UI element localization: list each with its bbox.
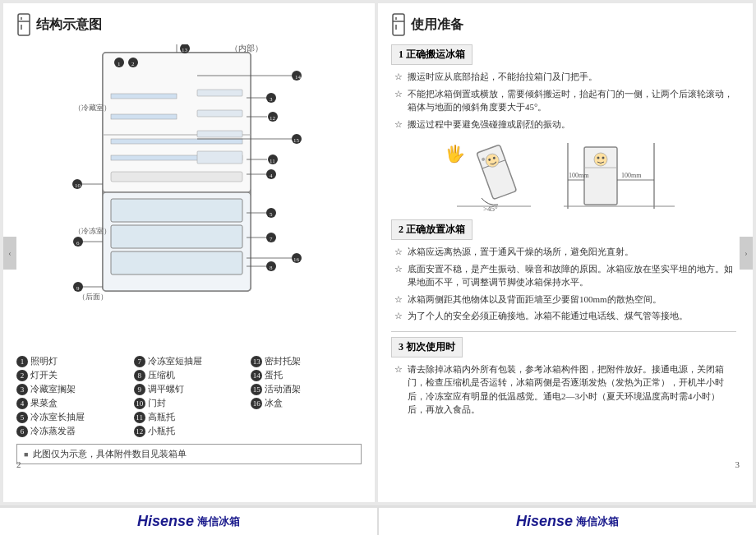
firstuse-list: 请去除掉冰箱内外所有包装，参考冰箱构件图，把附件放好。接通电源，关闭箱门，检查压…: [391, 362, 736, 417]
part-7: 7冷冻室短抽屉: [134, 355, 245, 367]
svg-rect-14: [197, 110, 242, 117]
brand-cn-left: 海信冰箱: [197, 514, 240, 529]
part-12: 12小瓶托: [134, 425, 245, 437]
svg-rect-76: [477, 145, 517, 200]
fridge-icon: [16, 13, 31, 36]
svg-text:12: 12: [270, 115, 276, 122]
svg-rect-5: [103, 53, 251, 192]
tilt-diagram: 🖐 >45°: [440, 139, 539, 213]
svg-text:（冷冻室）: （冷冻室）: [74, 227, 111, 235]
transport-item-1: 搬运时应从底部抬起，不能抬拉箱门及门把手。: [394, 70, 736, 84]
section-placement: 2 正确放置冰箱 冰箱应远离热源，置于通风干燥的场所，避免阳光直射。 底面安置不…: [391, 219, 736, 323]
right-page-title: 使用准备: [411, 16, 463, 34]
part-10: 10门封: [134, 397, 245, 409]
fridge-icon-right: [391, 13, 406, 36]
svg-text:5: 5: [270, 211, 273, 218]
svg-rect-10: [111, 139, 242, 144]
section-transport-title: 1 正确搬运冰箱: [391, 44, 472, 65]
transport-item-3: 搬运过程中要避免强碰撞或剧烈的振动。: [394, 118, 736, 131]
left-page-title-bar: 结构示意图: [16, 13, 362, 36]
firstuse-item-1: 请去除掉冰箱内外所有包装，参考冰箱构件图，把附件放好。接通电源，关闭箱门，检查压…: [394, 362, 736, 417]
transport-item-2: 不能把冰箱倒置或横放，需要倾斜搬运时，抬起有门的一侧，让两个后滚轮滚动，箱体与地…: [394, 87, 736, 114]
brand-logo-left: Hisense: [137, 513, 194, 530]
section-transport: 1 正确搬运冰箱 搬运时应从底部抬起，不能抬拉箱门及门把手。 不能把冰箱倒置或横…: [391, 44, 736, 131]
svg-rect-16: [197, 151, 242, 164]
svg-text:1: 1: [118, 61, 121, 67]
part-16: 16冰盒: [251, 397, 362, 409]
svg-rect-17: [111, 199, 242, 222]
part-13: 13密封托架: [251, 355, 362, 367]
svg-text:8: 8: [270, 265, 273, 271]
svg-rect-9: [111, 114, 177, 119]
svg-text:3: 3: [270, 96, 273, 103]
svg-text:10: 10: [75, 182, 81, 189]
svg-text:🖐: 🖐: [445, 144, 465, 164]
left-page-number: 2: [16, 459, 21, 469]
diagram-note: 此图仅为示意，具体附件数目见装箱单: [16, 444, 362, 464]
svg-text:16: 16: [293, 256, 300, 263]
part-5: 5冷冻室长抽屉: [16, 411, 127, 423]
fridge-structure-svg: （内部） （冷藏室） （冷冻室） （后面） 1 2 3 4: [16, 44, 362, 348]
part-15: 15活动酒架: [251, 383, 362, 395]
footer-right: Hisense 海信冰箱: [379, 506, 756, 535]
placement-item-1: 冰箱应远离热源，置于通风干燥的场所，避免阳光直射。: [394, 245, 736, 259]
svg-rect-13: [197, 90, 242, 96]
part-6: 6冷冻蒸发器: [16, 425, 127, 437]
footer: Hisense 海信冰箱 Hisense 海信冰箱: [0, 505, 756, 535]
part-4: 4果菜盒: [16, 397, 127, 409]
part-11: 11高瓶托: [134, 411, 245, 423]
parts-list: 1照明灯 7冷冻室短抽屉 13密封托架 2灯开关 8压缩机 14蛋托 3冷藏室搁…: [16, 355, 362, 437]
part-8: 8压缩机: [134, 369, 245, 381]
right-page-number: 3: [735, 459, 740, 469]
svg-text:4: 4: [270, 173, 273, 179]
part-2: 2灯开关: [16, 369, 127, 381]
svg-text:15: 15: [293, 137, 300, 144]
svg-text:100mm: 100mm: [569, 172, 589, 179]
svg-text:6: 6: [76, 240, 80, 247]
divider: [391, 331, 736, 332]
svg-text:7: 7: [270, 236, 273, 242]
svg-rect-15: [197, 131, 242, 137]
svg-point-89: [602, 157, 605, 159]
svg-rect-18: [111, 225, 242, 248]
svg-text:2: 2: [131, 61, 135, 67]
spacing-diagram: 100mm 100mm: [555, 139, 687, 213]
part-9: 9调平螺钉: [134, 383, 245, 395]
right-page-title-bar: 使用准备: [391, 13, 736, 36]
left-page-title: 结构示意图: [36, 16, 102, 34]
svg-text:9: 9: [76, 285, 80, 292]
placement-item-3: 冰箱两侧距其他物体以及背面距墙至少要留100mm的散热空间。: [394, 293, 736, 307]
svg-rect-71: [393, 14, 404, 35]
footer-left: Hisense 海信冰箱: [0, 506, 379, 535]
brand-logo-right: Hisense: [516, 513, 573, 530]
svg-rect-8: [111, 94, 177, 99]
svg-rect-19: [111, 251, 242, 274]
part-3: 3冷藏室搁架: [16, 383, 127, 395]
svg-text:14: 14: [295, 74, 302, 81]
transport-list: 搬运时应从底部抬起，不能抬拉箱门及门把手。 不能把冰箱倒置或横放，需要倾斜搬运时…: [391, 70, 736, 131]
placement-item-2: 底面安置不稳，是产生振动、噪音和故障的原因。冰箱应放在坚实平坦的地方。如果地面不…: [394, 262, 736, 289]
svg-rect-12: [111, 172, 242, 182]
fridge-diagram: （内部） （冷藏室） （冷冻室） （后面） 1 2 3 4: [16, 44, 362, 348]
svg-point-87: [594, 153, 607, 166]
svg-rect-0: [18, 14, 30, 35]
svg-text:（后面）: （后面）: [78, 293, 108, 301]
svg-text:100mm: 100mm: [621, 172, 642, 179]
section-placement-title: 2 正确放置冰箱: [391, 219, 472, 240]
part-1: 1照明灯: [16, 355, 127, 367]
svg-text:（内部）: （内部）: [230, 44, 263, 53]
transport-diagrams: 🖐 >45°: [391, 139, 736, 213]
svg-text:13: 13: [182, 47, 188, 53]
part-14: 14蛋托: [251, 369, 362, 381]
next-page-button[interactable]: ›: [740, 237, 753, 270]
section-firstuse: 3 初次使用时 请去除掉冰箱内外所有包装，参考冰箱构件图，把附件放好。接通电源，…: [391, 337, 736, 417]
placement-list: 冰箱应远离热源，置于通风干燥的场所，避免阳光直射。 底面安置不稳，是产生振动、噪…: [391, 245, 736, 323]
brand-cn-right: 海信冰箱: [576, 514, 619, 529]
placement-item-4: 为了个人的安全必须正确接地。冰箱不能通过电话线、煤气管等接地。: [394, 309, 736, 323]
svg-text:11: 11: [270, 158, 275, 164]
prev-page-button[interactable]: ‹: [3, 237, 16, 270]
svg-text:（冷藏室）: （冷藏室）: [74, 104, 111, 112]
svg-point-88: [597, 157, 600, 159]
section-firstuse-title: 3 初次使用时: [391, 337, 463, 357]
